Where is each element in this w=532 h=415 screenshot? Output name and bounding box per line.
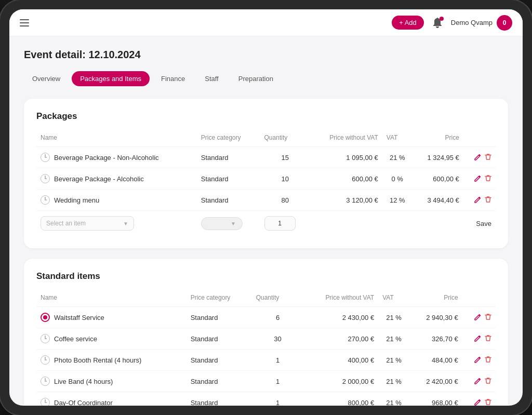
item-price-category: Standard <box>187 371 252 392</box>
save-button[interactable]: Save <box>476 220 491 227</box>
edit-icon[interactable] <box>474 334 482 343</box>
edit-icon[interactable] <box>474 196 482 205</box>
tab-overview[interactable]: Overview <box>24 71 69 86</box>
edit-icon[interactable] <box>474 377 482 386</box>
item-price-without-vat: 400,00 € <box>303 350 378 371</box>
item-price: 1 324,95 € <box>413 147 463 168</box>
si-col-price-no-vat: Price without VAT <box>303 291 378 307</box>
category-dropdown[interactable]: ▼ <box>201 217 243 230</box>
packages-section-title: Packages <box>36 111 496 122</box>
edit-icon[interactable] <box>474 356 482 365</box>
delete-icon[interactable] <box>485 334 491 343</box>
item-price-without-vat: 800,00 € <box>303 392 378 406</box>
quantity-input[interactable] <box>264 216 296 231</box>
table-row: Day-Of CoordinatorStandard1800,00 €21 %9… <box>36 392 496 406</box>
action-cell <box>468 196 491 205</box>
item-price-category: Standard <box>187 350 252 371</box>
tabs-container: Overview Packages and Items Finance Staf… <box>24 71 508 86</box>
item-quantity: 1 <box>252 371 304 392</box>
main-content: Event detail: 12.10.2024 Overview Packag… <box>9 36 523 406</box>
item-price: 2 940,30 € <box>409 307 462 328</box>
si-col-name: Name <box>36 291 187 307</box>
item-price-category: Standard <box>187 307 252 328</box>
item-name: Live Band (4 hours) <box>54 378 113 385</box>
item-vat: 21 % <box>378 328 409 350</box>
notification-icon[interactable] <box>430 16 445 30</box>
col-name: Name <box>36 131 197 147</box>
item-price-without-vat: 3 120,00 € <box>310 190 382 211</box>
clock-icon <box>41 334 50 343</box>
tab-finance[interactable]: Finance <box>153 71 193 86</box>
tab-packages-items[interactable]: Packages and Items <box>72 71 150 86</box>
item-vat: 12 % <box>382 190 413 211</box>
radio-icon <box>41 313 50 322</box>
clock-icon <box>41 355 50 365</box>
tab-staff[interactable]: Staff <box>196 71 227 86</box>
clock-icon <box>41 195 50 205</box>
item-vat: 21 % <box>378 371 409 392</box>
col-vat: VAT <box>382 131 413 147</box>
user-info[interactable]: Demo Qvamp 0 <box>451 15 512 31</box>
item-price: 326,70 € <box>409 328 462 350</box>
topbar-right: + Add Demo Qvamp 0 <box>392 15 512 31</box>
menu-icon[interactable] <box>20 19 29 26</box>
action-cell <box>467 313 491 322</box>
item-name-cell: Beverage Package - Alcoholic <box>41 174 193 183</box>
table-row: Photo Booth Rental (4 hours)Standard1400… <box>36 350 496 371</box>
tablet-screen: + Add Demo Qvamp 0 Event detail: 12.10.2… <box>9 9 523 406</box>
item-price: 600,00 € <box>413 168 463 190</box>
item-vat: 21 % <box>378 350 409 371</box>
item-price-category: Standard <box>197 190 260 211</box>
item-price-without-vat: 1 095,00 € <box>310 147 382 168</box>
item-quantity: 6 <box>252 307 304 328</box>
delete-icon[interactable] <box>485 398 491 406</box>
item-name-cell: Photo Booth Rental (4 hours) <box>41 355 182 365</box>
item-price-category: Standard <box>197 147 260 168</box>
clock-icon <box>41 377 50 386</box>
delete-icon[interactable] <box>485 377 491 386</box>
delete-icon[interactable] <box>485 356 491 365</box>
item-name-cell: Live Band (4 hours) <box>41 377 182 386</box>
edit-icon[interactable] <box>474 313 482 322</box>
item-vat: 21 % <box>378 392 409 406</box>
col-price-no-vat: Price without VAT <box>310 131 382 147</box>
topbar: + Add Demo Qvamp 0 <box>9 9 523 36</box>
item-name: Coffee service <box>54 335 97 343</box>
si-col-price: Price <box>409 291 462 307</box>
si-col-vat: VAT <box>378 291 409 307</box>
item-vat: 21 % <box>382 147 413 168</box>
col-price: Price <box>413 131 463 147</box>
item-quantity: 1 <box>252 350 304 371</box>
delete-icon[interactable] <box>485 153 491 162</box>
table-row: Live Band (4 hours)Standard12 000,00 €21… <box>36 371 496 392</box>
item-name: Day-Of Coordinator <box>54 399 113 406</box>
select-item-dropdown[interactable]: Select an item▼ <box>41 216 134 231</box>
item-quantity: 80 <box>260 190 310 211</box>
action-cell <box>467 377 491 386</box>
delete-icon[interactable] <box>485 313 491 322</box>
edit-icon[interactable] <box>474 398 482 406</box>
action-cell <box>467 356 491 365</box>
table-row: Wedding menuStandard803 120,00 €12 %3 49… <box>36 190 496 211</box>
delete-icon[interactable] <box>485 196 491 205</box>
si-col-price-cat: Price category <box>187 291 252 307</box>
action-cell <box>468 175 491 183</box>
item-name: Photo Booth Rental (4 hours) <box>54 356 141 364</box>
delete-icon[interactable] <box>485 175 491 183</box>
col-qty: Quantity <box>260 131 310 147</box>
edit-icon[interactable] <box>474 175 482 183</box>
edit-icon[interactable] <box>474 153 482 162</box>
item-quantity: 10 <box>260 168 310 190</box>
item-name-cell: Waitstaff Service <box>41 313 182 322</box>
table-row: Beverage Package - AlcoholicStandard1060… <box>36 168 496 190</box>
topbar-left <box>20 19 29 26</box>
item-price-without-vat: 2 430,00 € <box>303 307 378 328</box>
clock-icon <box>41 174 50 183</box>
item-name: Waitstaff Service <box>54 314 104 322</box>
item-price-without-vat: 600,00 € <box>310 168 382 190</box>
tab-preparation[interactable]: Preparation <box>230 71 282 86</box>
standard-items-section: Standard items Name Price category Quant… <box>24 259 508 406</box>
item-price-category: Standard <box>197 168 260 190</box>
add-button[interactable]: + Add <box>392 16 424 30</box>
item-name-cell: Coffee service <box>41 334 182 343</box>
